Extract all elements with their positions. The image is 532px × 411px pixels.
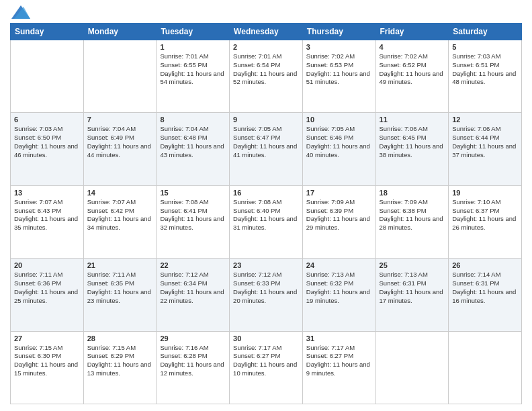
cell-info: Sunrise: 7:04 AMSunset: 6:49 PMDaylight:… bbox=[87, 125, 153, 159]
calendar-cell: 25Sunrise: 7:13 AMSunset: 6:31 PMDayligh… bbox=[375, 259, 449, 331]
calendar-cell: 20Sunrise: 7:11 AMSunset: 6:36 PMDayligh… bbox=[11, 259, 84, 331]
calendar-cell: 11Sunrise: 7:06 AMSunset: 6:45 PMDayligh… bbox=[375, 113, 449, 185]
weekday-header-wednesday: Wednesday bbox=[230, 24, 303, 40]
cell-info: Sunrise: 7:10 AMSunset: 6:37 PMDaylight:… bbox=[452, 198, 518, 232]
cell-day-number: 29 bbox=[160, 334, 226, 342]
cell-info: Sunrise: 7:13 AMSunset: 6:32 PMDaylight:… bbox=[306, 271, 372, 305]
cell-info: Sunrise: 7:07 AMSunset: 6:42 PMDaylight:… bbox=[87, 198, 153, 232]
calendar-cell bbox=[449, 331, 522, 404]
cell-day-number: 10 bbox=[306, 116, 372, 124]
weekday-header-monday: Monday bbox=[83, 24, 157, 40]
calendar-cell: 18Sunrise: 7:09 AMSunset: 6:38 PMDayligh… bbox=[375, 185, 449, 258]
cell-info: Sunrise: 7:05 AMSunset: 6:46 PMDaylight:… bbox=[306, 125, 372, 159]
calendar-cell: 13Sunrise: 7:07 AMSunset: 6:43 PMDayligh… bbox=[11, 185, 84, 258]
logo-icon bbox=[11, 5, 30, 19]
cell-info: Sunrise: 7:03 AMSunset: 6:51 PMDaylight:… bbox=[452, 52, 518, 87]
cell-day-number: 31 bbox=[306, 334, 372, 342]
calendar-cell: 4Sunrise: 7:02 AMSunset: 6:52 PMDaylight… bbox=[375, 40, 449, 113]
weekday-header-saturday: Saturday bbox=[449, 24, 522, 40]
cell-info: Sunrise: 7:02 AMSunset: 6:53 PMDaylight:… bbox=[306, 52, 372, 87]
cell-info: Sunrise: 7:12 AMSunset: 6:33 PMDaylight:… bbox=[233, 271, 299, 305]
calendar-cell bbox=[11, 40, 84, 113]
calendar-cell: 15Sunrise: 7:08 AMSunset: 6:41 PMDayligh… bbox=[157, 185, 230, 258]
logo bbox=[10, 7, 30, 17]
calendar-cell: 30Sunrise: 7:17 AMSunset: 6:27 PMDayligh… bbox=[230, 331, 303, 404]
cell-day-number: 27 bbox=[14, 334, 80, 342]
calendar-table: SundayMondayTuesdayWednesdayThursdayFrid… bbox=[10, 23, 522, 404]
calendar-cell: 1Sunrise: 7:01 AMSunset: 6:55 PMDaylight… bbox=[157, 40, 230, 113]
cell-day-number: 5 bbox=[452, 43, 518, 51]
calendar-cell: 29Sunrise: 7:16 AMSunset: 6:28 PMDayligh… bbox=[157, 331, 230, 404]
week-row-2: 6Sunrise: 7:03 AMSunset: 6:50 PMDaylight… bbox=[11, 113, 522, 185]
header bbox=[10, 7, 522, 17]
calendar-cell: 23Sunrise: 7:12 AMSunset: 6:33 PMDayligh… bbox=[230, 259, 303, 331]
cell-info: Sunrise: 7:08 AMSunset: 6:40 PMDaylight:… bbox=[233, 198, 299, 232]
calendar-cell: 2Sunrise: 7:01 AMSunset: 6:54 PMDaylight… bbox=[230, 40, 303, 113]
week-row-5: 27Sunrise: 7:15 AMSunset: 6:30 PMDayligh… bbox=[11, 331, 522, 404]
calendar-cell: 6Sunrise: 7:03 AMSunset: 6:50 PMDaylight… bbox=[11, 113, 84, 185]
cell-day-number: 8 bbox=[160, 116, 226, 124]
cell-info: Sunrise: 7:08 AMSunset: 6:41 PMDaylight:… bbox=[160, 198, 226, 232]
calendar-cell: 21Sunrise: 7:11 AMSunset: 6:35 PMDayligh… bbox=[83, 259, 157, 331]
cell-info: Sunrise: 7:17 AMSunset: 6:27 PMDaylight:… bbox=[233, 344, 299, 378]
calendar-cell: 19Sunrise: 7:10 AMSunset: 6:37 PMDayligh… bbox=[449, 185, 522, 258]
calendar-cell bbox=[83, 40, 157, 113]
cell-day-number: 6 bbox=[14, 116, 80, 124]
cell-info: Sunrise: 7:09 AMSunset: 6:39 PMDaylight:… bbox=[306, 198, 372, 232]
cell-info: Sunrise: 7:02 AMSunset: 6:52 PMDaylight:… bbox=[380, 52, 445, 87]
cell-info: Sunrise: 7:13 AMSunset: 6:31 PMDaylight:… bbox=[380, 271, 445, 305]
cell-day-number: 21 bbox=[87, 261, 153, 269]
cell-info: Sunrise: 7:04 AMSunset: 6:48 PMDaylight:… bbox=[160, 125, 226, 159]
cell-day-number: 1 bbox=[160, 43, 226, 51]
week-row-3: 13Sunrise: 7:07 AMSunset: 6:43 PMDayligh… bbox=[11, 185, 522, 258]
cell-day-number: 4 bbox=[380, 43, 445, 51]
cell-day-number: 16 bbox=[233, 189, 299, 197]
cell-day-number: 26 bbox=[452, 261, 518, 269]
cell-day-number: 19 bbox=[452, 189, 518, 197]
cell-day-number: 20 bbox=[14, 261, 80, 269]
cell-info: Sunrise: 7:06 AMSunset: 6:45 PMDaylight:… bbox=[380, 125, 445, 159]
cell-info: Sunrise: 7:11 AMSunset: 6:36 PMDaylight:… bbox=[14, 271, 80, 305]
calendar-cell: 24Sunrise: 7:13 AMSunset: 6:32 PMDayligh… bbox=[302, 259, 375, 331]
cell-day-number: 3 bbox=[306, 43, 372, 51]
cell-day-number: 11 bbox=[380, 116, 445, 124]
cell-info: Sunrise: 7:09 AMSunset: 6:38 PMDaylight:… bbox=[380, 198, 445, 232]
cell-day-number: 17 bbox=[306, 189, 372, 197]
page: SundayMondayTuesdayWednesdayThursdayFrid… bbox=[0, 0, 532, 411]
calendar-cell: 14Sunrise: 7:07 AMSunset: 6:42 PMDayligh… bbox=[83, 185, 157, 258]
calendar-cell bbox=[375, 331, 449, 404]
calendar-cell: 16Sunrise: 7:08 AMSunset: 6:40 PMDayligh… bbox=[230, 185, 303, 258]
cell-day-number: 25 bbox=[380, 261, 445, 269]
cell-info: Sunrise: 7:16 AMSunset: 6:28 PMDaylight:… bbox=[160, 344, 226, 378]
cell-info: Sunrise: 7:14 AMSunset: 6:31 PMDaylight:… bbox=[452, 271, 518, 305]
cell-info: Sunrise: 7:06 AMSunset: 6:44 PMDaylight:… bbox=[452, 125, 518, 159]
cell-info: Sunrise: 7:12 AMSunset: 6:34 PMDaylight:… bbox=[160, 271, 226, 305]
cell-day-number: 28 bbox=[87, 334, 153, 342]
cell-info: Sunrise: 7:15 AMSunset: 6:29 PMDaylight:… bbox=[87, 344, 153, 378]
cell-day-number: 2 bbox=[233, 43, 299, 51]
weekday-header-tuesday: Tuesday bbox=[157, 24, 230, 40]
cell-day-number: 22 bbox=[160, 261, 226, 269]
weekday-header-thursday: Thursday bbox=[302, 24, 375, 40]
cell-day-number: 12 bbox=[452, 116, 518, 124]
calendar-cell: 10Sunrise: 7:05 AMSunset: 6:46 PMDayligh… bbox=[302, 113, 375, 185]
week-row-4: 20Sunrise: 7:11 AMSunset: 6:36 PMDayligh… bbox=[11, 259, 522, 331]
cell-day-number: 30 bbox=[233, 334, 299, 342]
cell-day-number: 13 bbox=[14, 189, 80, 197]
cell-day-number: 14 bbox=[87, 189, 153, 197]
calendar-cell: 26Sunrise: 7:14 AMSunset: 6:31 PMDayligh… bbox=[449, 259, 522, 331]
cell-info: Sunrise: 7:01 AMSunset: 6:55 PMDaylight:… bbox=[160, 52, 226, 87]
calendar-cell: 22Sunrise: 7:12 AMSunset: 6:34 PMDayligh… bbox=[157, 259, 230, 331]
weekday-header-row: SundayMondayTuesdayWednesdayThursdayFrid… bbox=[11, 24, 522, 40]
weekday-header-friday: Friday bbox=[375, 24, 449, 40]
cell-day-number: 18 bbox=[380, 189, 445, 197]
calendar-cell: 7Sunrise: 7:04 AMSunset: 6:49 PMDaylight… bbox=[83, 113, 157, 185]
cell-day-number: 24 bbox=[306, 261, 372, 269]
cell-info: Sunrise: 7:17 AMSunset: 6:27 PMDaylight:… bbox=[306, 344, 372, 378]
cell-info: Sunrise: 7:05 AMSunset: 6:47 PMDaylight:… bbox=[233, 125, 299, 159]
cell-day-number: 7 bbox=[87, 116, 153, 124]
calendar-cell: 28Sunrise: 7:15 AMSunset: 6:29 PMDayligh… bbox=[83, 331, 157, 404]
calendar-cell: 5Sunrise: 7:03 AMSunset: 6:51 PMDaylight… bbox=[449, 40, 522, 113]
calendar-cell: 8Sunrise: 7:04 AMSunset: 6:48 PMDaylight… bbox=[157, 113, 230, 185]
week-row-1: 1Sunrise: 7:01 AMSunset: 6:55 PMDaylight… bbox=[11, 40, 522, 113]
